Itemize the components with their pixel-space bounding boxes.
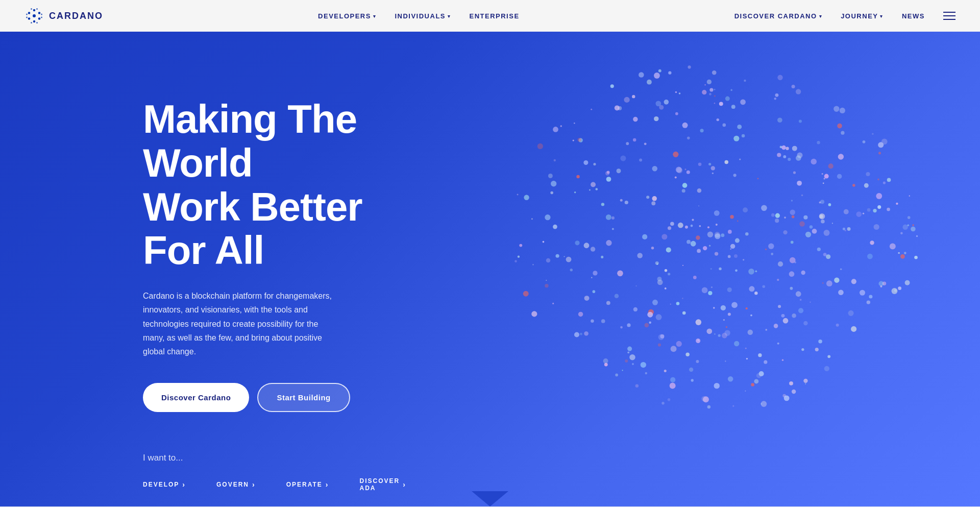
hero-link-operate[interactable]: OPERATE ›	[286, 480, 329, 489]
nav-individuals[interactable]: INDIVIDUALS ▾	[395, 12, 451, 20]
cardano-logo-icon	[24, 6, 44, 26]
svg-point-2	[33, 20, 35, 22]
chevron-down-icon: ▾	[448, 14, 451, 19]
chevron-down-icon: ▾	[880, 14, 884, 19]
nav-developers[interactable]: DEVELOPERS ▾	[318, 12, 376, 20]
hamburger-menu-button[interactable]	[943, 12, 955, 20]
nav-discover-cardano[interactable]: DISCOVER CARDANO ▾	[734, 12, 822, 20]
svg-point-11	[31, 22, 32, 23]
svg-point-9	[26, 14, 28, 15]
arrow-right-icon: ›	[403, 480, 406, 489]
nav-news[interactable]: NEWS	[902, 12, 925, 20]
hero-link-develop[interactable]: DEVELOP ›	[143, 480, 186, 489]
hero-cta-buttons: Discover Cardano Start Building	[143, 383, 383, 412]
hero-content: Making The World Work Better For All Car…	[0, 98, 383, 492]
nav-enterprise[interactable]: ENTERPRISE	[470, 12, 520, 20]
navbar: CARDANO DEVELOPERS ▾ INDIVIDUALS ▾ ENTER…	[0, 0, 980, 32]
svg-point-7	[31, 8, 32, 10]
hero-link-discover-ada[interactable]: DISCOVER ADA ›	[360, 477, 406, 492]
discover-cardano-button[interactable]: Discover Cardano	[143, 383, 249, 412]
logo-text: CARDANO	[49, 11, 103, 21]
hero-bottom-chevron	[472, 491, 508, 506]
arrow-right-icon: ›	[182, 480, 186, 489]
hero-link-govern[interactable]: GOVERN ›	[216, 480, 256, 489]
chevron-down-icon: ▾	[819, 14, 823, 19]
hero-description: Cardano is a blockchain platform for cha…	[143, 289, 342, 358]
hero-want-label: I want to...	[143, 453, 383, 463]
svg-point-0	[33, 14, 36, 17]
svg-point-12	[36, 22, 38, 23]
particle-background	[368, 32, 980, 506]
nav-right-items: DISCOVER CARDANO ▾ JOURNEY ▾ NEWS	[734, 12, 955, 20]
arrow-right-icon: ›	[326, 480, 329, 489]
arrow-right-icon: ›	[252, 480, 256, 489]
nav-left-items: DEVELOPERS ▾ INDIVIDUALS ▾ ENTERPRISE	[318, 12, 520, 20]
svg-point-5	[38, 12, 40, 14]
hero-title: Making The World Work Better For All	[143, 98, 383, 273]
svg-point-6	[38, 17, 40, 19]
svg-point-13	[41, 14, 42, 15]
chevron-down-icon: ▾	[373, 14, 377, 19]
svg-point-4	[28, 17, 30, 19]
svg-point-8	[36, 8, 38, 10]
start-building-button[interactable]: Start Building	[257, 383, 350, 412]
nav-journey[interactable]: JOURNEY ▾	[841, 12, 884, 20]
svg-point-3	[28, 12, 30, 14]
hero-quick-links: DEVELOP › GOVERN › OPERATE › DISCOVER AD…	[143, 477, 383, 492]
svg-point-10	[26, 17, 28, 18]
svg-point-14	[41, 17, 42, 18]
svg-point-1	[33, 9, 35, 11]
logo[interactable]: CARDANO	[24, 6, 103, 26]
hero-section: Making The World Work Better For All Car…	[0, 32, 980, 506]
